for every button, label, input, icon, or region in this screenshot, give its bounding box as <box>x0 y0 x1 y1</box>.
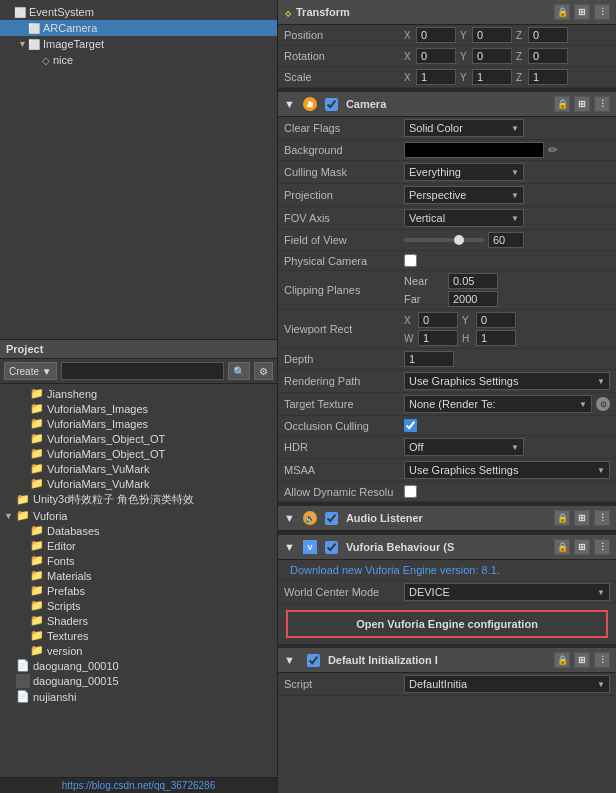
audio-enabled-checkbox[interactable] <box>325 512 338 525</box>
projection-dropdown[interactable]: Perspective <box>404 186 524 204</box>
scale-z-input[interactable] <box>528 69 568 85</box>
fov-axis-label: FOV Axis <box>284 212 404 224</box>
project-item-prefabs[interactable]: 📁 Prefabs <box>0 583 277 598</box>
project-item-editor[interactable]: 📁 Editor <box>0 538 277 553</box>
grid-icon[interactable]: ⊞ <box>574 96 590 112</box>
physical-camera-checkbox[interactable] <box>404 254 417 267</box>
viewport-x-input[interactable] <box>418 312 458 328</box>
project-item-vm-images-1[interactable]: 📁 VuforiaMars_Images <box>0 401 277 416</box>
position-y-input[interactable] <box>472 27 512 43</box>
camera-enabled-checkbox[interactable] <box>325 98 338 111</box>
more-icon[interactable]: ⋮ <box>594 539 610 555</box>
rendering-path-dropdown[interactable]: Use Graphics Settings <box>404 372 610 390</box>
fov-slider-thumb[interactable] <box>454 235 464 245</box>
project-item-scripts[interactable]: 📁 Scripts <box>0 598 277 613</box>
project-item-daoguang15[interactable]: daoguang_00015 <box>0 673 277 689</box>
far-input[interactable] <box>448 291 498 307</box>
x-label: X <box>404 315 414 326</box>
lock-icon[interactable]: 🔒 <box>554 96 570 112</box>
target-texture-dropdown[interactable]: None (Render Te: <box>404 395 592 413</box>
fov-input[interactable] <box>488 232 524 248</box>
background-color-swatch[interactable] <box>404 142 544 158</box>
hierarchy-item-arcamera[interactable]: ⬜ ARCamera <box>0 20 277 36</box>
scale-row: Scale X Y Z <box>278 67 616 88</box>
grid-icon[interactable]: ⊞ <box>574 4 590 20</box>
world-center-mode-dropdown[interactable]: DEVICE <box>404 583 610 601</box>
hdr-dropdown[interactable]: Off <box>404 438 524 456</box>
hierarchy-item-nice[interactable]: ◇ nice <box>0 52 277 68</box>
clear-flags-dropdown[interactable]: Solid Color <box>404 119 524 137</box>
project-item-jiansheng[interactable]: 📁 Jiansheng <box>0 386 277 401</box>
viewport-y-input[interactable] <box>476 312 516 328</box>
grid-icon[interactable]: ⊞ <box>574 539 590 555</box>
more-icon[interactable]: ⋮ <box>594 4 610 20</box>
culling-mask-dropdown[interactable]: Everything <box>404 163 524 181</box>
lock-icon[interactable]: 🔒 <box>554 652 570 668</box>
folder-icon: 📁 <box>30 644 44 657</box>
lock-icon[interactable]: 🔒 <box>554 510 570 526</box>
hierarchy-item-eventsystem[interactable]: ⬜ EventSystem <box>0 4 277 20</box>
create-button[interactable]: Create ▼ <box>4 362 57 380</box>
target-texture-circle-icon[interactable]: ⊙ <box>596 397 610 411</box>
hierarchy-item-imagetarget[interactable]: ▼ ⬜ ImageTarget <box>0 36 277 52</box>
scale-x-input[interactable] <box>416 69 456 85</box>
default-init-title: Default Initialization I <box>328 654 550 666</box>
msaa-row: MSAA Use Graphics Settings <box>278 459 616 482</box>
rotation-z-input[interactable] <box>528 48 568 64</box>
vuforia-enabled-checkbox[interactable] <box>325 541 338 554</box>
grid-icon[interactable]: ⊞ <box>574 652 590 668</box>
project-item-fonts[interactable]: 📁 Fonts <box>0 553 277 568</box>
clear-flags-row: Clear Flags Solid Color <box>278 117 616 140</box>
rotation-y-input[interactable] <box>472 48 512 64</box>
allow-dynamic-checkbox[interactable] <box>404 485 417 498</box>
more-icon[interactable]: ⋮ <box>594 96 610 112</box>
more-icon[interactable]: ⋮ <box>594 652 610 668</box>
near-input[interactable] <box>448 273 498 289</box>
project-item-databases[interactable]: 📁 Databases <box>0 523 277 538</box>
vuforia-download-link[interactable]: Download new Vuforia Engine version: 8.1… <box>284 562 506 578</box>
vuforia-expand-icon: ▼ <box>284 541 295 553</box>
folder-icon: 📁 <box>30 432 44 445</box>
folder-icon: 📁 <box>30 524 44 537</box>
file-icon: 📄 <box>16 690 30 703</box>
more-icon[interactable]: ⋮ <box>594 510 610 526</box>
project-item-vm-vu-2[interactable]: 📁 VuforiaMars_VuMark <box>0 476 277 491</box>
project-item-daoguang10[interactable]: 📄 daoguang_00010 <box>0 658 277 673</box>
position-x-input[interactable] <box>416 27 456 43</box>
script-dropdown[interactable]: DefaultInitia <box>404 675 610 693</box>
project-item-shaders[interactable]: 📁 Shaders <box>0 613 277 628</box>
scale-y-input[interactable] <box>472 69 512 85</box>
project-item-vm-images-2[interactable]: 📁 VuforiaMars_Images <box>0 416 277 431</box>
default-enabled-checkbox[interactable] <box>307 654 320 667</box>
project-item-label: VuforiaMars_VuMark <box>47 478 150 490</box>
lock-icon[interactable]: 🔒 <box>554 539 570 555</box>
viewport-h-input[interactable] <box>476 330 516 346</box>
depth-input[interactable] <box>404 351 454 367</box>
search-input[interactable] <box>61 362 224 380</box>
pencil-icon[interactable]: ✏ <box>548 143 558 157</box>
occlusion-culling-checkbox[interactable] <box>404 419 417 432</box>
filter-button[interactable]: ⚙ <box>254 362 273 380</box>
project-item-label: VuforiaMars_Images <box>47 418 148 430</box>
position-z-input[interactable] <box>528 27 568 43</box>
lock-icon[interactable]: 🔒 <box>554 4 570 20</box>
project-item-unity3d[interactable]: 📁 Unity3d特效粒子 角色扮演类特效 <box>0 491 277 508</box>
left-panel: ⬜ EventSystem ⬜ ARCamera ▼ ⬜ ImageTarget <box>0 0 278 793</box>
project-item-materials[interactable]: 📁 Materials <box>0 568 277 583</box>
rotation-x-input[interactable] <box>416 48 456 64</box>
project-item-vm-obj-2[interactable]: 📁 VuforiaMars_Object_OT <box>0 446 277 461</box>
grid-icon[interactable]: ⊞ <box>574 510 590 526</box>
viewport-w-input[interactable] <box>418 330 458 346</box>
project-item-vuforia[interactable]: ▼ 📁 Vuforia <box>0 508 277 523</box>
fov-slider[interactable] <box>404 238 484 242</box>
search-icon-button[interactable]: 🔍 <box>228 362 250 380</box>
project-item-version[interactable]: 📁 version <box>0 643 277 658</box>
project-item-textures[interactable]: 📁 Textures <box>0 628 277 643</box>
project-item-vm-obj-1[interactable]: 📁 VuforiaMars_Object_OT <box>0 431 277 446</box>
project-item-nujianshi[interactable]: 📄 nujianshi <box>0 689 277 704</box>
project-item-label: Materials <box>47 570 92 582</box>
project-item-vm-vu-1[interactable]: 📁 VuforiaMars_VuMark <box>0 461 277 476</box>
fov-axis-dropdown[interactable]: Vertical <box>404 209 524 227</box>
msaa-dropdown[interactable]: Use Graphics Settings <box>404 461 610 479</box>
open-vuforia-button[interactable]: Open Vuforia Engine configuration <box>286 610 608 638</box>
